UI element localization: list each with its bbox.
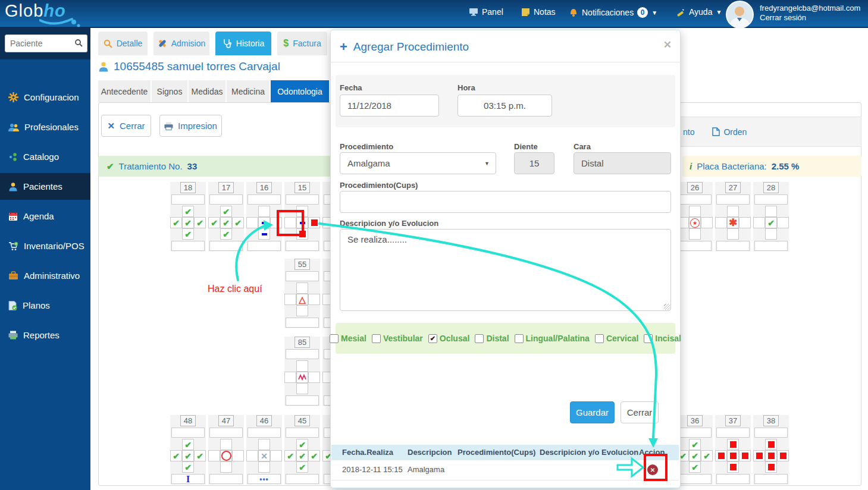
tooth-cell[interactable] bbox=[754, 428, 788, 438]
cups-input[interactable] bbox=[340, 191, 671, 213]
delete-procedure-button[interactable]: ✕ bbox=[647, 464, 658, 475]
tooth-cell[interactable] bbox=[284, 294, 296, 305]
tooth-cell[interactable] bbox=[753, 450, 765, 461]
tooth-cell[interactable]: I bbox=[171, 474, 205, 484]
tooth-cell[interactable]: ✔ bbox=[689, 439, 701, 450]
tooth-cell[interactable] bbox=[247, 194, 281, 205]
tooth-cell[interactable] bbox=[701, 217, 713, 228]
tooth-cell[interactable] bbox=[739, 450, 751, 461]
save-button[interactable]: Guardar bbox=[570, 401, 615, 423]
patient-search-input[interactable] bbox=[5, 34, 75, 52]
tooth-cell[interactable] bbox=[739, 217, 751, 228]
sidebar-item-administrativo[interactable]: Administrativo bbox=[0, 262, 90, 289]
tooth-cell[interactable] bbox=[258, 206, 270, 217]
checkbox-icon[interactable] bbox=[372, 334, 381, 343]
tooth-cell[interactable]: ✔ bbox=[170, 450, 182, 461]
tooth-cell[interactable] bbox=[296, 206, 308, 217]
tooth-cell[interactable] bbox=[209, 194, 243, 205]
tooth-cell[interactable]: ✔ bbox=[194, 217, 206, 228]
tooth-cell[interactable] bbox=[286, 395, 319, 406]
face-checkbox-lingual-palatina[interactable]: Lingual/Palatina bbox=[515, 334, 590, 343]
tooth-cell[interactable] bbox=[286, 349, 319, 359]
tooth-cell[interactable] bbox=[727, 439, 739, 450]
checkbox-icon[interactable] bbox=[475, 334, 484, 343]
tooth-cell[interactable] bbox=[286, 271, 319, 281]
face-checkbox-mesial[interactable]: Mesial bbox=[330, 334, 366, 343]
tooth-cell[interactable]: ✔ bbox=[220, 228, 232, 240]
tooth-cell[interactable] bbox=[727, 450, 739, 461]
tooth-cell[interactable] bbox=[678, 474, 712, 484]
logout-link[interactable]: Cerrar sesión bbox=[760, 13, 860, 23]
tooth-cell[interactable]: ••• bbox=[247, 474, 281, 484]
checkbox-icon[interactable] bbox=[330, 334, 339, 343]
tooth-cell[interactable] bbox=[296, 282, 308, 294]
user-avatar[interactable] bbox=[726, 1, 754, 29]
tooth-cell[interactable] bbox=[296, 383, 308, 394]
tooth-cell[interactable] bbox=[258, 461, 270, 473]
tooth-cell[interactable]: ✔ bbox=[701, 450, 713, 461]
tooth-cell[interactable] bbox=[308, 217, 320, 228]
tooth-cell[interactable]: ✔ bbox=[284, 450, 296, 461]
tooth-cell[interactable] bbox=[286, 318, 319, 328]
tooth-cell[interactable] bbox=[716, 428, 750, 438]
tooth-cell[interactable] bbox=[765, 439, 777, 450]
checkbox-icon[interactable] bbox=[515, 334, 524, 343]
tooth-cell[interactable] bbox=[286, 194, 319, 205]
modal-close-icon[interactable]: ✕ bbox=[663, 39, 672, 51]
tooth-cell[interactable] bbox=[258, 217, 270, 228]
fecha-input[interactable] bbox=[340, 95, 439, 117]
sidebar-item-pacientes[interactable]: Pacientes bbox=[0, 173, 90, 200]
tooth-cell[interactable] bbox=[754, 194, 788, 205]
procedimiento-select[interactable]: Amalgama ▼ bbox=[340, 152, 496, 174]
tooth-cell[interactable] bbox=[232, 450, 244, 461]
tooth-cell[interactable] bbox=[246, 217, 258, 228]
tooth-cell[interactable] bbox=[296, 372, 308, 383]
tooth-cell[interactable]: ✔ bbox=[208, 217, 220, 228]
tooth-cell[interactable] bbox=[209, 474, 243, 484]
sidebar-item-agenda[interactable]: Agenda bbox=[0, 203, 90, 230]
tooth-cell[interactable] bbox=[247, 428, 281, 438]
tooth-cell[interactable] bbox=[296, 228, 308, 240]
tooth-cell[interactable]: ✔ bbox=[182, 439, 194, 450]
tooth-cell[interactable] bbox=[678, 194, 712, 205]
tooth-cell[interactable] bbox=[286, 428, 319, 438]
tooth-cell[interactable] bbox=[247, 241, 281, 251]
face-checkbox-incisal[interactable]: Incisal bbox=[644, 334, 681, 343]
checkbox-icon[interactable]: ✔ bbox=[428, 334, 437, 343]
tooth-cell[interactable]: ✔ bbox=[232, 217, 244, 228]
tooth-cell[interactable] bbox=[753, 217, 765, 228]
tooth-cell[interactable]: ✔ bbox=[182, 206, 194, 217]
sidebar-item-inventario[interactable]: Inventario/POS bbox=[0, 233, 90, 259]
tooth-cell[interactable]: ✔ bbox=[220, 217, 232, 228]
tooth-cell[interactable] bbox=[715, 217, 727, 228]
tooth-cell[interactable] bbox=[754, 241, 788, 251]
face-checkbox-vestibular[interactable]: Vestibular bbox=[372, 334, 423, 343]
tooth-cell[interactable] bbox=[689, 206, 701, 217]
sidebar-item-reportes[interactable]: Reportes bbox=[0, 322, 90, 348]
tooth-cell[interactable] bbox=[286, 241, 319, 251]
tooth-cell[interactable] bbox=[765, 206, 777, 217]
cancel-button[interactable]: Cerrar bbox=[621, 401, 659, 423]
tooth-cell[interactable] bbox=[716, 194, 750, 205]
tooth-cell[interactable] bbox=[716, 241, 750, 251]
tooth-cell[interactable] bbox=[208, 450, 220, 461]
tooth-cell[interactable] bbox=[678, 428, 712, 438]
tooth-cell[interactable] bbox=[246, 450, 258, 461]
tooth-cell[interactable] bbox=[171, 241, 205, 251]
tooth-cell[interactable] bbox=[308, 294, 320, 305]
tooth-cell[interactable] bbox=[777, 450, 789, 461]
tooth-cell[interactable] bbox=[270, 217, 282, 228]
tooth-cell[interactable]: ✔ bbox=[182, 217, 194, 228]
tooth-cell[interactable]: ✕ bbox=[258, 450, 270, 461]
tooth-cell[interactable] bbox=[689, 228, 701, 240]
tooth-cell[interactable] bbox=[727, 206, 739, 217]
tooth-cell[interactable]: ✔ bbox=[296, 450, 308, 461]
tooth-cell[interactable]: ✔ bbox=[220, 206, 232, 217]
descripcion-textarea[interactable]: Se realiza........ bbox=[340, 229, 671, 311]
tooth-cell[interactable] bbox=[171, 428, 205, 438]
checkbox-icon[interactable] bbox=[644, 334, 653, 343]
tooth-cell[interactable]: ✔ bbox=[296, 439, 308, 450]
resize-handle[interactable] bbox=[664, 304, 670, 310]
hora-input[interactable] bbox=[457, 95, 552, 117]
tooth-cell[interactable] bbox=[209, 241, 243, 251]
